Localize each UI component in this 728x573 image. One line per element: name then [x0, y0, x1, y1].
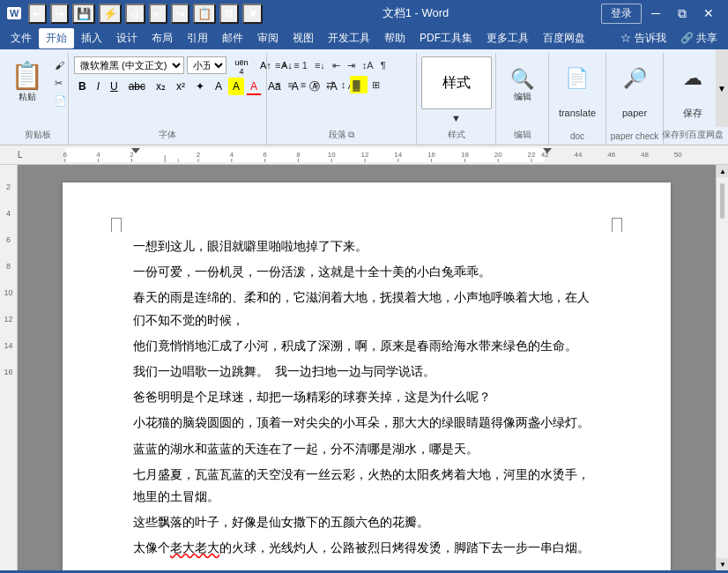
- superscript-button[interactable]: x²: [172, 78, 189, 95]
- scissors-button[interactable]: ✂: [52, 74, 70, 92]
- bullets-button[interactable]: ≡ •: [272, 56, 289, 74]
- menu-insert[interactable]: 插入: [74, 28, 109, 48]
- doc-line-2: 一份可爱，一份机灵，一份活泼，这就是十全十美的小白兔乖乖。: [133, 261, 600, 283]
- editing-button[interactable]: 🔍 编辑: [505, 56, 539, 115]
- menu-developer[interactable]: 开发工具: [321, 28, 377, 48]
- document-area: 2 4 6 8 10 12 14 16 一想到这儿，眼泪就噼里啪啦地掉了下来。 …: [0, 165, 728, 570]
- right-indent-marker[interactable]: [543, 148, 552, 153]
- styles-label: 样式: [448, 129, 465, 143]
- para-row-1: ≡ • ≡ 1 ≡↓ ⇤ ⇥ ↕A ¶: [272, 56, 389, 74]
- doc-translate-button[interactable]: 📄: [560, 56, 594, 100]
- top-left-margin-indicator: [111, 218, 122, 232]
- menu-share[interactable]: 🔗 共享: [673, 28, 724, 48]
- paragraph-dialog-launcher[interactable]: ⧉: [348, 130, 354, 139]
- clear-format-button[interactable]: ✦: [191, 78, 209, 95]
- undo2-button[interactable]: ↩: [149, 4, 167, 24]
- sort-button[interactable]: ↕A: [360, 56, 376, 74]
- copy-button[interactable]: 📄: [52, 92, 70, 109]
- menu-mailings[interactable]: 邮件: [215, 28, 250, 48]
- save-quick-button[interactable]: 💾: [72, 4, 95, 24]
- menu-home[interactable]: 开始: [39, 28, 74, 48]
- increase-indent-button[interactable]: ⇥: [345, 56, 358, 74]
- restore-button[interactable]: ⧉: [670, 3, 695, 24]
- vertical-ruler: 2 4 6 8 10 12 14 16: [0, 165, 18, 570]
- menu-references[interactable]: 引用: [180, 28, 215, 48]
- ribbon-scroll-down[interactable]: ▼: [716, 49, 728, 127]
- text-effect-button[interactable]: A: [211, 78, 227, 95]
- page-container: 一想到这儿，眼泪就噼里啪啦地掉了下来。 一份可爱，一份机灵，一份活泼，这就是十全…: [18, 165, 716, 570]
- print-button[interactable]: 🖨: [125, 4, 145, 24]
- paper-btn[interactable]: paper: [620, 104, 650, 122]
- italic-button[interactable]: I: [93, 78, 104, 95]
- left-indent-marker[interactable]: [131, 148, 140, 153]
- shading-button[interactable]: ▓: [350, 76, 368, 93]
- save-baidu-button[interactable]: ☁: [678, 56, 708, 100]
- menu-help[interactable]: 帮助: [377, 28, 412, 48]
- document-page[interactable]: 一想到这儿，眼泪就噼里啪啦地掉了下来。 一份可爱，一份机灵，一份活泼，这就是十全…: [63, 182, 671, 570]
- show-marks-button[interactable]: ¶: [378, 56, 389, 74]
- multilevel-list-button[interactable]: ≡↓: [312, 56, 328, 74]
- redo2-button[interactable]: ↪: [171, 4, 189, 24]
- format-painter-button[interactable]: 🖌: [52, 56, 70, 74]
- menu-pdf[interactable]: PDF工具集: [412, 28, 479, 48]
- font-family-select[interactable]: 微软雅黑 (中文正文): [74, 56, 184, 74]
- align-right-button[interactable]: ≡: [298, 76, 308, 93]
- ruler-scale: 6 4 2 2 4 6 8 10 12 14 16 18 20: [32, 148, 698, 162]
- borders-button[interactable]: ⊞: [369, 76, 383, 93]
- scroll-track[interactable]: [717, 177, 728, 558]
- text-highlight-button[interactable]: A: [228, 78, 244, 95]
- font-size-input-btn[interactable]: uën 4: [229, 56, 254, 74]
- spell-underline-1: 老大老大: [170, 541, 219, 554]
- document-content[interactable]: 一想到这儿，眼泪就噼里啪啦地掉了下来。 一份可爱，一份机灵，一份活泼，这就是十全…: [133, 235, 600, 559]
- menu-baidu[interactable]: 百度网盘: [536, 28, 592, 48]
- menu-more-tools[interactable]: 更多工具: [479, 28, 536, 48]
- numbering-button[interactable]: ≡ 1: [291, 56, 310, 74]
- align-center-button[interactable]: ≡: [285, 76, 295, 93]
- close-button[interactable]: ✕: [696, 3, 721, 24]
- underline-button[interactable]: U: [106, 78, 123, 95]
- vertical-scrollbar[interactable]: ▲ ▼: [716, 165, 728, 570]
- svg-text:4: 4: [230, 151, 234, 159]
- title-bar: W ↩ ↪ 💾 ⚡ 🖨 ↩ ↪ 📋 ⚙ ▼ 文档1 - Word 登录 ─ ⧉ …: [0, 0, 728, 26]
- save-baidu-group: ☁ 保存 保存到百度网盘: [664, 53, 721, 145]
- subscript-button[interactable]: x₂: [152, 78, 170, 95]
- qat-dropdown-button[interactable]: ▼: [242, 4, 263, 24]
- styles-group: 样式 ▼ 样式: [417, 53, 496, 145]
- menu-notify[interactable]: ☆ 告诉我: [613, 28, 672, 48]
- font-color-button[interactable]: A: [246, 78, 262, 95]
- save-baidu-content: ☁ 保存: [678, 55, 708, 129]
- bold-button[interactable]: B: [74, 78, 91, 95]
- decrease-indent-button[interactable]: ⇤: [330, 56, 343, 74]
- scroll-up-button[interactable]: ▲: [717, 165, 728, 177]
- editing-content: 🔍 编辑: [505, 55, 539, 129]
- login-button[interactable]: 登录: [601, 4, 642, 24]
- translate-btn[interactable]: translate: [556, 104, 598, 122]
- svg-text:6: 6: [263, 151, 267, 159]
- scroll-thumb[interactable]: [720, 183, 724, 219]
- minimize-button[interactable]: ─: [643, 3, 668, 24]
- settings-qat-button[interactable]: ⚙: [219, 4, 239, 24]
- auto-save-button[interactable]: ⚡: [99, 4, 122, 24]
- styles-more-button[interactable]: ▼: [449, 109, 464, 127]
- justify-button[interactable]: ≡: [310, 76, 321, 93]
- strikethrough-button[interactable]: abc: [124, 78, 150, 95]
- clipboard-qat-button[interactable]: 📋: [193, 4, 216, 24]
- save-baidu-btn[interactable]: 保存: [680, 104, 705, 122]
- text-direction-button[interactable]: ⇄: [323, 76, 337, 93]
- menu-review[interactable]: 审阅: [250, 28, 286, 48]
- styles-box[interactable]: 样式: [421, 56, 492, 109]
- paste-button[interactable]: 📋 粘贴: [5, 56, 48, 107]
- menu-file[interactable]: 文件: [4, 28, 39, 48]
- doc-line-10: 这些飘落的叶子，好像是仙女撒下的五颜六色的花瓣。: [133, 511, 600, 533]
- menu-view[interactable]: 视图: [286, 28, 321, 48]
- menu-design[interactable]: 设计: [109, 28, 145, 48]
- paper-check-button[interactable]: 🔎: [618, 56, 652, 100]
- undo-button[interactable]: ↩: [28, 4, 47, 24]
- menu-layout[interactable]: 布局: [145, 28, 180, 48]
- scroll-down-button[interactable]: ▼: [717, 558, 728, 570]
- font-size-select[interactable]: 小五 初号 一号 二号 三号 四号 五号 六号: [187, 56, 227, 74]
- svg-text:6: 6: [63, 151, 68, 159]
- redo-button[interactable]: ↪: [50, 4, 69, 24]
- line-spacing-button[interactable]: ↕: [338, 76, 349, 93]
- align-left-button[interactable]: ≡: [272, 76, 283, 93]
